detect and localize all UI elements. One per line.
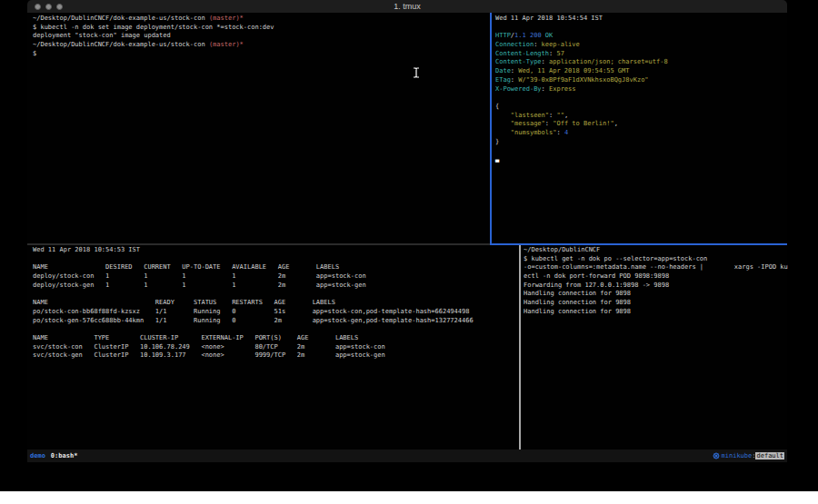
- pane-http-response[interactable]: Wed 11 Apr 2018 10:54:54 IST HTTP/1.1 20…: [492, 13, 789, 245]
- terminal-line: Content-Type: application/json; charset=…: [495, 58, 789, 67]
- session-name: demo: [30, 452, 45, 460]
- close-button[interactable]: [35, 4, 41, 10]
- kube-namespace: default: [755, 452, 784, 460]
- terminal-line: [495, 24, 789, 33]
- terminal-line: $: [33, 50, 495, 59]
- pane-kubectl-get-output[interactable]: Wed 11 Apr 2018 10:54:53 IST NAME DESIRE…: [27, 245, 524, 450]
- terminal-line: Forwarding from 127.0.0.1:9898 -> 9898: [524, 282, 788, 291]
- terminal-line: po/stock-gen-576cc688bb-44kmn 1/1 Runnin…: [33, 317, 524, 326]
- pane-port-forward[interactable]: ~/Desktop/DublinCNCF$ kubectl get -n dok…: [521, 245, 788, 450]
- terminal-line: Wed 11 Apr 2018 10:54:54 IST: [495, 15, 789, 24]
- mouse-ibeam-cursor: [413, 67, 420, 78]
- window-titlebar[interactable]: 1. tmux: [27, 0, 787, 13]
- terminal-line: "lastseen": "",: [495, 112, 789, 121]
- terminal-line: [33, 255, 524, 264]
- terminal-window: 1. tmux ~/Desktop/DublinCNCF/dok-example…: [27, 0, 787, 462]
- terminal-line: X-Powered-By: Express: [495, 85, 789, 94]
- window-title: 1. tmux: [27, 0, 787, 13]
- terminal-line: deploy/stock-gen 1 1 1 1 2m app=stock-ge…: [33, 282, 524, 291]
- terminal-line: Handling connection for 9898: [524, 308, 788, 317]
- terminal-line: ~/Desktop/DublinCNCF/dok-example-us/stoc…: [33, 41, 495, 50]
- terminal-line: ETag: W/"39-0xBPf9aF1dXVNkhsxoBQgJ8vKzo": [495, 76, 789, 85]
- terminal-line: Date: Wed, 11 Apr 2018 09:54:55 GMT: [495, 67, 789, 76]
- terminal-line: svc/stock-gen ClusterIP 10.109.3.177 <no…: [33, 351, 524, 361]
- terminal-line: NAME READY STATUS RESTARTS AGE LABELS: [33, 299, 524, 308]
- terminal-line: ~/Desktop/DublinCNCF: [524, 246, 788, 255]
- terminal-line: ~/Desktop/DublinCNCF/dok-example-us/stoc…: [33, 15, 495, 24]
- zoom-button[interactable]: [56, 4, 63, 10]
- terminal-line: {: [495, 103, 789, 112]
- pane-shell-kubectl-set-image[interactable]: ~/Desktop/DublinCNCF/dok-example-us/stoc…: [27, 13, 495, 245]
- terminal-line: "message": "Off to Berlin!",: [495, 120, 789, 129]
- tmux-status-bar: demo 0:bash* minikube : default: [27, 450, 787, 462]
- terminal-line: NAME TYPE CLUSTER-IP EXTERNAL-IP PORT(S)…: [33, 334, 524, 343]
- page-bottom-margin: [0, 491, 818, 504]
- terminal-line: Content-Length: 57: [495, 50, 789, 59]
- terminal-line: [495, 94, 789, 103]
- terminal-line: Handling connection for 9898: [524, 299, 788, 308]
- terminal-line: [495, 146, 789, 155]
- terminal-line: po/stock-con-bb68f88fd-kzsxz 1/1 Running…: [33, 308, 524, 317]
- tmux-panes-area: ~/Desktop/DublinCNCF/dok-example-us/stoc…: [27, 13, 787, 450]
- terminal-line: $ kubectl -n dok set image deployment/st…: [33, 24, 495, 33]
- terminal-line: }: [495, 138, 789, 147]
- terminal-line: Connection: keep-alive: [495, 41, 789, 50]
- terminal-line: [33, 325, 524, 334]
- terminal-line: HTTP/1.1 200 OK: [495, 32, 789, 41]
- terminal-line: ectl -n dok port-forward POD 9898:9898: [524, 272, 788, 282]
- terminal-line: NAME DESIRED CURRENT UP-TO-DATE AVAILABL…: [33, 263, 524, 272]
- terminal-line: deploy/stock-con 1 1 1 1 2m app=stock-co…: [33, 272, 524, 282]
- screenshot-root: 1. tmux ~/Desktop/DublinCNCF/dok-example…: [0, 0, 818, 504]
- terminal-line: deployment "stock-con" image updated: [33, 32, 495, 41]
- traffic-lights: [35, 0, 63, 13]
- terminal-line: svc/stock-con ClusterIP 10.106.78.249 <n…: [33, 343, 524, 352]
- terminal-line: [33, 290, 524, 299]
- kube-context: minikube: [722, 452, 753, 460]
- terminal-line: $ kubectl get -n dok po --selector=app=s…: [524, 255, 788, 264]
- kubernetes-helm-icon: [713, 452, 720, 460]
- minimize-button[interactable]: [45, 4, 52, 10]
- terminal-line: -o=custom-columns=:metadata.name --no-he…: [524, 263, 788, 272]
- terminal-line: Wed 11 Apr 2018 10:54:53 IST: [33, 246, 524, 255]
- terminal-line: ▃: [495, 155, 789, 164]
- terminal-line: "numsymbols": 4: [495, 129, 789, 138]
- terminal-line: Handling connection for 9898: [524, 290, 788, 299]
- window-tab-bash[interactable]: 0:bash*: [51, 452, 78, 460]
